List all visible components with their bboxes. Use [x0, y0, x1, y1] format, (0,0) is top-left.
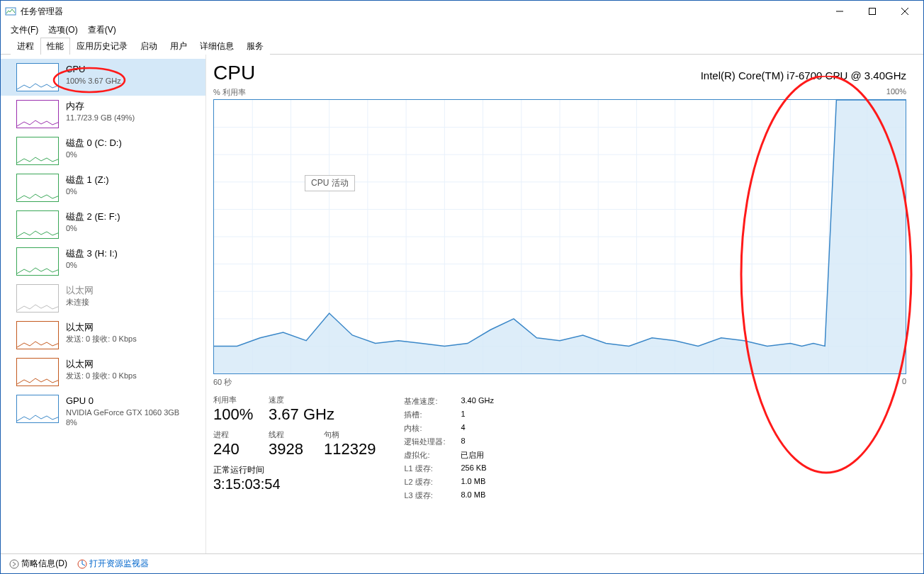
- close-button[interactable]: [891, 1, 923, 22]
- stat-handle-value: 112329: [324, 440, 376, 458]
- sidebar-item-sub: 11.7/23.9 GB (49%): [66, 113, 135, 123]
- sidebar-item-disk2[interactable]: 磁盘 2 (E: F:) 0%: [1, 206, 205, 243]
- cpu-spec-table: 基准速度:3.40 GHz插槽:1内核:4逻辑处理器:8虚拟化:已启用L1 缓存…: [404, 396, 493, 501]
- chart-xmax: 60 秒: [213, 377, 232, 388]
- sidebar-item-eth2[interactable]: 以太网 发送: 0 接收: 0 Kbps: [1, 354, 205, 390]
- sidebar-item-eth1[interactable]: 以太网 发送: 0 接收: 0 Kbps: [1, 317, 205, 354]
- tabstrip: 进程性能应用历史记录启动用户详细信息服务: [1, 38, 923, 55]
- tab-2[interactable]: 应用历史记录: [70, 38, 134, 55]
- tab-3[interactable]: 启动: [134, 38, 164, 55]
- chart-ymax: 100%: [886, 87, 906, 98]
- stat-proc-label: 进程: [213, 429, 256, 440]
- sidebar-item-title: 内存: [66, 100, 135, 113]
- sidebar-item-disk0[interactable]: 磁盘 0 (C: D:) 0%: [1, 133, 205, 169]
- chart-ylabel: % 利用率: [213, 87, 246, 98]
- sidebar-item-title: 以太网: [66, 321, 137, 334]
- menu-view[interactable]: 查看(V): [88, 24, 116, 36]
- stat-handle-label: 句柄: [324, 429, 376, 440]
- cpu-chart[interactable]: CPU 活动: [213, 99, 906, 374]
- page-title: CPU: [213, 62, 255, 84]
- window-title: 任务管理器: [21, 6, 63, 18]
- main-panel: CPU Intel(R) Core(TM) i7-6700 CPU @ 3.40…: [206, 55, 923, 553]
- stat-proc-value: 240: [213, 440, 256, 458]
- sidebar-item-disk1[interactable]: 磁盘 1 (Z:) 0%: [1, 169, 205, 206]
- stat-util-value: 100%: [213, 405, 256, 424]
- stat-speed-label: 速度: [269, 395, 334, 405]
- sidebar-item-sub: 发送: 0 接收: 0 Kbps: [66, 334, 137, 344]
- sidebar-item-sub: 0%: [66, 223, 120, 234]
- open-resmon-link[interactable]: 打开资源监视器: [77, 558, 149, 570]
- menubar: 文件(F) 选项(O) 查看(V): [1, 22, 923, 38]
- svg-point-33: [10, 560, 18, 568]
- sidebar-item-title: 磁盘 0 (C: D:): [66, 137, 122, 150]
- stat-speed-value: 3.67 GHz: [269, 405, 334, 424]
- sidebar[interactable]: CPU 100% 3.67 GHz内存 11.7/23.9 GB (49%)磁盘…: [1, 55, 206, 553]
- tab-5[interactable]: 详细信息: [193, 38, 240, 55]
- sidebar-item-sub: 未连接: [66, 297, 94, 308]
- tab-0[interactable]: 进程: [11, 38, 40, 55]
- sidebar-item-eth0[interactable]: 以太网 未连接: [1, 280, 205, 317]
- footer: 简略信息(D) 打开资源监视器: [1, 553, 923, 573]
- sidebar-item-sub: NVIDIA GeForce GTX 1060 3GB: [66, 407, 179, 418]
- tab-6[interactable]: 服务: [240, 38, 270, 55]
- sidebar-item-title: CPU: [66, 63, 121, 76]
- resmon-icon: [77, 559, 87, 569]
- chart-xmin: 0: [902, 377, 906, 388]
- sidebar-item-sub: 0%: [66, 186, 109, 197]
- stat-thread-value: 3928: [269, 440, 311, 458]
- svg-line-36: [82, 564, 85, 565]
- sidebar-item-sub: 100% 3.67 GHz: [66, 76, 121, 86]
- stat-util-label: 利用率: [213, 395, 256, 405]
- tab-1[interactable]: 性能: [40, 38, 70, 55]
- sidebar-item-sub2: 8%: [66, 417, 179, 428]
- tab-4[interactable]: 用户: [164, 38, 193, 55]
- sidebar-item-title: GPU 0: [66, 395, 179, 407]
- svg-rect-2: [869, 9, 876, 15]
- titlebar: 任务管理器: [1, 1, 923, 22]
- chart-tooltip: CPU 活动: [305, 175, 355, 191]
- sidebar-item-gpu0[interactable]: GPU 0 NVIDIA GeForce GTX 1060 3GB8%: [1, 390, 205, 432]
- stat-uptime-value: 3:15:03:54: [213, 476, 376, 493]
- sidebar-item-mem[interactable]: 内存 11.7/23.9 GB (49%): [1, 96, 205, 133]
- cpu-model: Intel(R) Core(TM) i7-6700 CPU @ 3.40GHz: [701, 69, 906, 81]
- minimize-button[interactable]: [826, 1, 858, 22]
- maximize-button[interactable]: [858, 1, 891, 22]
- sidebar-item-title: 以太网: [66, 358, 137, 371]
- sidebar-item-sub: 发送: 0 接收: 0 Kbps: [66, 371, 137, 381]
- menu-file[interactable]: 文件(F): [11, 24, 38, 36]
- sidebar-item-sub: 0%: [66, 150, 122, 160]
- sidebar-item-title: 磁盘 2 (E: F:): [66, 210, 120, 223]
- app-icon: [5, 6, 16, 17]
- sidebar-item-title: 磁盘 1 (Z:): [66, 174, 109, 186]
- menu-options[interactable]: 选项(O): [48, 24, 77, 36]
- stat-uptime-label: 正常运行时间: [213, 464, 376, 476]
- sidebar-item-title: 磁盘 3 (H: I:): [66, 247, 118, 260]
- sidebar-item-title: 以太网: [66, 284, 94, 297]
- sidebar-item-sub: 0%: [66, 260, 118, 271]
- sidebar-item-disk3[interactable]: 磁盘 3 (H: I:) 0%: [1, 243, 205, 280]
- fewer-details-button[interactable]: 简略信息(D): [9, 558, 67, 570]
- stat-thread-label: 线程: [269, 429, 311, 440]
- sidebar-item-cpu[interactable]: CPU 100% 3.67 GHz: [1, 59, 205, 96]
